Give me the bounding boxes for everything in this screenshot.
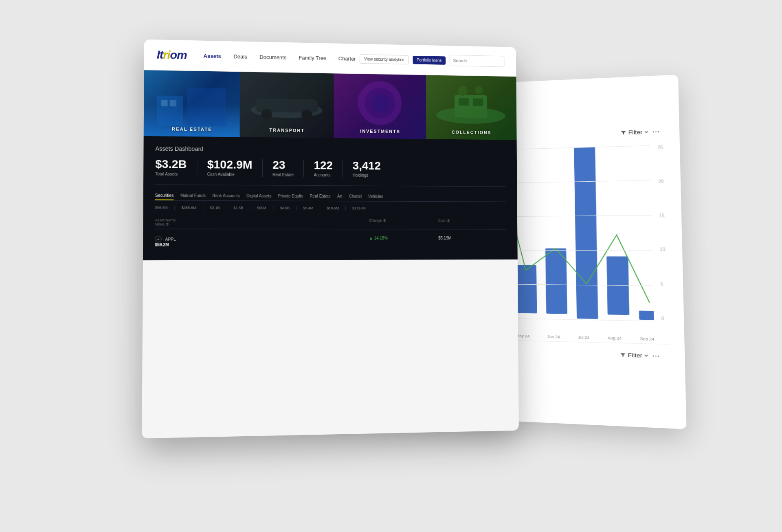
chevron-down-icon: [644, 130, 648, 134]
collections-illustration: [430, 79, 511, 131]
bottom-filter-icon: [620, 352, 626, 358]
col-change[interactable]: Change: [369, 218, 438, 222]
metric-accounts: 122 Accounts: [314, 160, 343, 177]
real-estate-illustration: [148, 74, 235, 134]
hero-transport-label: TRANSPORT: [269, 128, 305, 133]
asset-val-7: $10.6M: [327, 206, 346, 210]
svg-rect-13: [157, 96, 183, 126]
y-label-15: 15: [659, 213, 665, 218]
y-label-5: 5: [660, 281, 666, 286]
x-label-sep24: Sep 24: [640, 336, 654, 341]
sort-icon-value: [166, 222, 169, 226]
metric-real-estate: 23 Real Estate: [272, 159, 304, 177]
hero-grid: REAL ESTATE TRANSPORT I: [144, 70, 517, 140]
nav-family-tree[interactable]: Family Tree: [299, 55, 326, 61]
svg-rect-16: [170, 100, 176, 106]
metric-real-estate-value: 23: [272, 159, 294, 171]
metric-total-assets: $3.2B Total Assets: [155, 158, 197, 176]
sort-icon-cost: [447, 219, 450, 222]
metric-cash: $102.9M Cash Available: [207, 159, 262, 177]
table-header: Asset Name Change Cost Value: [155, 215, 506, 229]
tab-digital-assets[interactable]: Digital Assets: [246, 193, 271, 200]
hero-investments[interactable]: INVESTMENTS: [334, 73, 426, 139]
svg-point-28: [458, 86, 468, 96]
x-label-jun24: Jun 24: [547, 334, 560, 339]
nav-assets[interactable]: Assets: [203, 53, 221, 59]
asset-val-3: $1.5B: [233, 206, 250, 210]
hero-real-estate-label: REAL ESTATE: [172, 126, 212, 132]
svg-point-29: [475, 86, 483, 94]
col-value[interactable]: Value: [155, 222, 299, 226]
filter-icon: [621, 130, 627, 135]
tab-securities[interactable]: Securities: [155, 193, 174, 200]
tab-bank-accounts[interactable]: Bank Accounts: [212, 193, 240, 200]
hero-collections[interactable]: COLLECTIONS: [426, 75, 517, 140]
metric-total-assets-value: $3.2B: [155, 158, 187, 170]
svg-rect-15: [161, 100, 168, 106]
svg-rect-14: [187, 88, 226, 126]
svg-rect-11: [606, 256, 629, 315]
metric-holdings-label: Holdings: [353, 173, 381, 178]
asset-values-row: $96.5M $355.6M $3.1B $1.5B $90M $4.9B $8…: [155, 206, 506, 211]
y-label-0: 0: [661, 316, 667, 321]
metric-accounts-label: Accounts: [314, 173, 333, 177]
hero-investments-label: INVESTMENTS: [360, 129, 400, 134]
logo: Itriom: [157, 48, 187, 62]
expand-icon[interactable]: +: [155, 236, 162, 242]
metric-total-assets-label: Total Assets: [155, 171, 187, 176]
tab-chattel[interactable]: Chattel: [349, 194, 362, 201]
asset-val-8: $179.4K: [352, 206, 372, 210]
asset-val-1: $355.6M: [182, 206, 204, 210]
transport-illustration: [242, 80, 332, 127]
hero-real-estate[interactable]: REAL ESTATE: [144, 70, 240, 137]
tab-mutual-funds[interactable]: Mutual Funds: [180, 193, 206, 200]
svg-rect-8: [516, 265, 537, 313]
filter-button[interactable]: Filter: [621, 129, 648, 136]
investments-illustration: [336, 75, 424, 134]
metric-real-estate-label: Real Estate: [272, 172, 294, 177]
search-input[interactable]: [450, 55, 505, 67]
col-cost[interactable]: Cost: [438, 219, 506, 223]
metric-holdings-value: 3,412: [353, 160, 381, 171]
tab-private-equity[interactable]: Private Equity: [278, 194, 303, 201]
metric-cash-value: $102.9M: [207, 159, 253, 171]
bottom-more-button[interactable]: ···: [652, 351, 660, 361]
nav-documents[interactable]: Documents: [259, 54, 286, 60]
asset-val-0: $96.5M: [155, 206, 175, 210]
row-cost: $5.19M: [438, 236, 507, 242]
tab-vehicles[interactable]: Vehicles: [368, 194, 383, 201]
more-options-button[interactable]: ···: [652, 127, 660, 136]
tab-art[interactable]: Art: [337, 194, 343, 201]
metric-cash-label: Cash Available: [207, 172, 252, 177]
bottom-chevron-icon: [644, 354, 648, 357]
table-row[interactable]: + APPL ▲ 14.18% $5.19M $59.2M: [155, 232, 507, 251]
hero-collections-label: COLLECTIONS: [452, 130, 491, 135]
portfolio-loans-button[interactable]: Portfolio loans: [413, 55, 446, 64]
asset-val-4: $90M: [257, 206, 273, 210]
y-label-10: 10: [660, 247, 666, 252]
x-label-aug24: Aug 24: [608, 336, 622, 341]
sort-icon-change: [383, 219, 386, 222]
nav-deals[interactable]: Deals: [233, 53, 247, 60]
x-label-jul24: Jul 24: [578, 335, 590, 340]
dashboard-title: Assets Dashboard: [155, 145, 506, 155]
nav-charter[interactable]: Charter: [338, 55, 356, 62]
svg-rect-10: [574, 147, 598, 319]
svg-rect-27: [473, 98, 483, 106]
metrics-row: $3.2B Total Assets $102.9M Cash Availabl…: [155, 158, 506, 187]
nav-right: View security analytics Portfolio loans: [360, 53, 504, 67]
main-panel: Itriom Assets Deals Documents Family Tre…: [142, 40, 519, 439]
tab-real-estate[interactable]: Real Estate: [310, 194, 331, 201]
metric-accounts-value: 122: [314, 160, 333, 171]
scene: Unseen Deals 0 Filter ··· 25 20 15 10 5: [147, 42, 635, 490]
bottom-filter-button[interactable]: Filter: [620, 352, 648, 359]
col-asset-name: Asset Name: [155, 218, 299, 222]
y-label-20: 20: [658, 179, 664, 184]
metric-holdings: 3,412 Holdings: [353, 160, 391, 178]
row-value: $59.2M: [155, 242, 299, 247]
hero-transport[interactable]: TRANSPORT: [240, 72, 334, 138]
asset-val-2: $3.1B: [210, 206, 227, 210]
asset-val-6: $8.4M: [303, 206, 320, 210]
row-change: ▲ 14.18%: [369, 236, 438, 242]
security-analytics-button[interactable]: View security analytics: [360, 54, 409, 64]
